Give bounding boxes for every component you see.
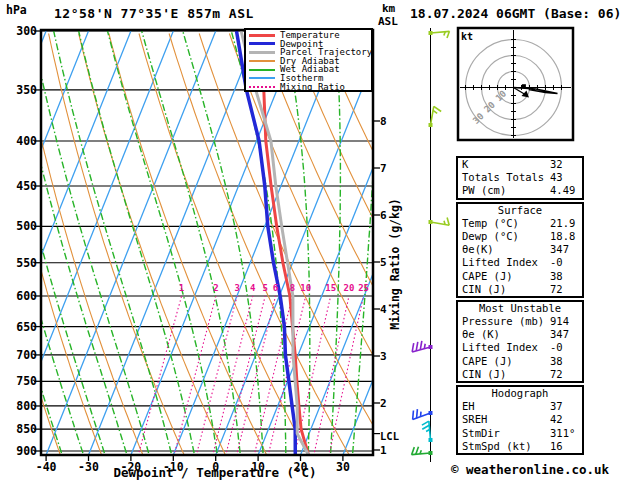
stat-value: 43 [550, 171, 563, 184]
km-tick-label: 2 [380, 397, 387, 410]
legend-line-swatch [249, 77, 275, 79]
table-row: CIN (J) 72 [458, 283, 582, 296]
wind-barb-feather [412, 447, 415, 455]
stat-value: 38 [550, 355, 563, 368]
copyright-label: © weatheronline.co.uk [451, 462, 609, 477]
wind-barb-feather [447, 218, 449, 226]
wind-station-marker [429, 411, 433, 415]
wind-barb-feather [416, 342, 418, 351]
mixing-ratio-label: 5 [262, 283, 267, 293]
legend: Temperature Dewpoint Parcel Trajectory D… [244, 28, 373, 92]
table-row: StmDir 311° [458, 427, 582, 440]
isotherm-line [89, 30, 259, 455]
wind-barb-feather [447, 31, 449, 38]
wind-barb [429, 31, 450, 38]
table-row: CAPE (J) 38 [458, 270, 582, 283]
stat-value: -0 [550, 341, 563, 354]
km-tick-label: 3 [380, 350, 387, 363]
mixing-ratio-label: 8 [290, 283, 295, 293]
wet-adiabat-line [52, 25, 171, 453]
pressure-tick-label: 350 [16, 83, 37, 97]
storm-marker [522, 84, 526, 88]
pressure-tick-label: 850 [16, 422, 37, 436]
legend-line-swatch [249, 60, 275, 62]
sounding-page: 300350400450500550600650700750800850900-… [0, 0, 629, 486]
stat-label: EH [462, 400, 475, 412]
wind-barb-feather [444, 221, 445, 225]
pressure-tick-label: 700 [16, 348, 37, 362]
km-tick-label: 4 [380, 303, 387, 316]
stat-value: 16 [550, 440, 563, 453]
stat-value: 72 [550, 368, 563, 381]
lcl-label: LCL [380, 430, 399, 442]
stat-label: CAPE (J) [462, 270, 513, 282]
mixing-ratio-label: 15 [325, 283, 336, 293]
table-row: Pressure (mb) 914 [458, 315, 582, 328]
most-unstable-table: Most Unstable Pressure (mb) 914 θe (K) 3… [456, 300, 584, 383]
pressure-tick-label: 300 [16, 24, 37, 38]
dry-adiabat-line [79, 34, 226, 457]
stat-label: CAPE (J) [462, 355, 513, 367]
table-row: Totals Totals 43 [458, 171, 582, 184]
stat-label: θe (K) [462, 328, 500, 340]
mixing-ratio-label: 25 [358, 283, 369, 293]
stat-value: 347 [550, 328, 569, 341]
wind-station-marker [429, 31, 433, 35]
isotherm-line [216, 30, 386, 455]
stat-value: 21.9 [550, 217, 575, 230]
legend-line-swatch [249, 42, 275, 45]
wind-station-marker [429, 438, 433, 442]
legend-line-swatch [249, 86, 275, 88]
table-row: θe(K) 347 [458, 243, 582, 256]
isotherm-line [301, 30, 471, 455]
stat-value: 347 [550, 243, 569, 256]
km-tick-label: 5 [380, 256, 387, 269]
dry-adiabat-line [109, 34, 267, 457]
wind-barb-feather [412, 343, 414, 352]
wind-station-marker [429, 220, 433, 224]
hodograph-table: Hodograph EH 37 SREH 42 StmDir 3 [456, 385, 584, 455]
mixing-ratio-line [174, 296, 216, 456]
mixing-ratio-label: 1 [179, 283, 184, 293]
table-row: PW (cm) 4.49 [458, 184, 582, 197]
wind-barb-feather [434, 106, 441, 111]
stat-value: 72 [550, 283, 563, 296]
legend-line-swatch [249, 69, 275, 71]
mixing-ratio-label: 3 [234, 283, 239, 293]
altitude-axis-unit-km: km [382, 2, 395, 15]
stat-label: Lifted Index [462, 256, 538, 268]
indices-table: K 32 Totals Totals 43 PW (cm) 4.49 [456, 156, 584, 200]
mixing-ratio-line [314, 296, 349, 456]
wind-barb-feather [417, 409, 418, 418]
stat-value: -0 [550, 256, 563, 269]
table-row: SREH 42 [458, 413, 582, 426]
stat-label: Lifted Index [462, 341, 538, 353]
stat-value: 42 [550, 413, 563, 426]
legend-line-swatch [249, 51, 275, 54]
table-row: EH 37 [458, 400, 582, 413]
mixing-ratio-label: 2 [213, 283, 218, 293]
table-row: StmSpd (kt) 16 [458, 440, 582, 453]
stat-label: K [462, 158, 468, 170]
stat-label: CIN (J) [462, 283, 506, 295]
wind-barb-feather [422, 421, 429, 425]
table-row: θe (K) 347 [458, 328, 582, 341]
stat-value: 4.49 [550, 184, 575, 197]
stat-label: Totals Totals [462, 171, 544, 183]
pressure-tick-label: 400 [16, 134, 37, 148]
surface-table: Surface Temp (°C) 21.9 Dewp (°C) 18.8 θe… [456, 202, 584, 298]
stat-value: 311° [550, 427, 575, 440]
mixing-ratio-label: 20 [344, 283, 355, 293]
hodograph-table-header: Hodograph [458, 387, 582, 400]
table-row: Lifted Index -0 [458, 256, 582, 269]
mixing-ratio-label: 6 [273, 283, 278, 293]
stat-label: Temp (°C) [462, 217, 519, 229]
pressure-tick-label: 650 [16, 320, 37, 334]
pressure-axis-unit: hPa [6, 3, 27, 17]
pressure-tick-label: 900 [16, 444, 37, 458]
table-row: Temp (°C) 21.9 [458, 217, 582, 230]
wind-barb-feather [424, 344, 425, 349]
page-title: 12°58'N 77°35'E 857m ASL [54, 6, 254, 21]
stats-panel: K 32 Totals Totals 43 PW (cm) 4.49 Surfa… [456, 156, 584, 457]
stat-label: PW (cm) [462, 184, 506, 196]
